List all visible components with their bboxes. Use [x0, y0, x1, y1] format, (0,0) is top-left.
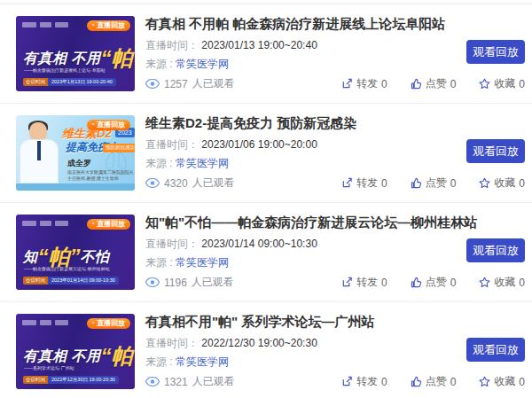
- banner-meeting-time: 会议时间 2023年01月14日 09:00-10:30: [23, 277, 119, 285]
- thumbs-up-icon: [411, 78, 422, 90]
- watch-replay-button[interactable]: 观看回放: [466, 40, 525, 64]
- like-count: 0: [450, 277, 457, 289]
- stats-row: 4320 人已观看 转发 0 点赞 0: [145, 176, 525, 191]
- replay-thumbnail[interactable]: 维生素D2 2023 提高免疫力 预防新冠感染 成全罗 南京医科大学附属第二医院…: [16, 115, 135, 191]
- view-count: 1321 人已观看: [145, 374, 235, 389]
- live-time-value: 2023/01/14 09:00~10:30: [201, 238, 317, 250]
- meeting-time-value: 2023年1月13日 19:00-20:40: [48, 78, 116, 87]
- live-time-label: 直播时间：: [145, 138, 199, 151]
- view-count-number: 1257: [164, 78, 188, 90]
- watch-replay-button[interactable]: 观看回放: [466, 338, 525, 362]
- banner-subtitle: ——系列学术论坛·广州站: [24, 365, 74, 371]
- meeting-time-value: 2023年01月14日 09:00-10:30: [48, 277, 119, 285]
- live-time-value: 2023/01/06 19:00~20:00: [201, 138, 317, 151]
- replay-title[interactable]: 维生素D2-提高免疫力 预防新冠感染: [145, 115, 525, 132]
- like-label: 点赞: [426, 176, 447, 191]
- live-replay-badge: ◔ 直播回放: [87, 120, 130, 130]
- share-icon: [341, 376, 353, 387]
- source-link[interactable]: 常笑医学网: [176, 157, 229, 169]
- share-icon: [341, 277, 353, 288]
- like-count: 0: [450, 376, 457, 388]
- share-count: 0: [381, 177, 387, 190]
- source-link[interactable]: 常笑医学网: [176, 256, 229, 269]
- replay-title[interactable]: 有真相不用"帕" 系列学术论坛—广州站: [145, 314, 525, 331]
- view-count-suffix: 人已观看: [192, 176, 235, 191]
- source-link[interactable]: 常笑医学网: [176, 355, 229, 368]
- favorite-button[interactable]: 收藏 0: [479, 176, 525, 191]
- live-time-label: 直播时间：: [145, 238, 199, 250]
- like-button[interactable]: 点赞 0: [411, 374, 457, 389]
- share-label: 转发: [356, 374, 378, 389]
- banner-title-segment: 有真相 不用: [23, 348, 100, 363]
- banner-title-segment: 知: [23, 249, 38, 264]
- share-count: 0: [381, 277, 387, 289]
- eye-icon: [145, 377, 160, 386]
- banner-title-gold: “帕”: [100, 46, 135, 70]
- favorite-button[interactable]: 收藏 0: [479, 374, 525, 389]
- clock-icon: ◔: [90, 221, 95, 228]
- thumbs-up-icon: [411, 177, 422, 189]
- like-label: 点赞: [426, 76, 447, 91]
- live-replay-badge: ◔ 直播回放: [87, 219, 130, 230]
- replay-title[interactable]: 有真相 不用帕 帕金森病治疗新进展线上论坛阜阳站: [145, 16, 525, 33]
- favorite-count: 0: [519, 78, 525, 90]
- favorite-button[interactable]: 收藏 0: [479, 76, 525, 91]
- view-count: 1257 人已观看: [145, 76, 235, 91]
- replay-list-item: 维生素D2 2023 提高免疫力 预防新冠感染 成全罗 南京医科大学附属第二医院…: [0, 104, 532, 203]
- like-label: 点赞: [426, 275, 447, 290]
- meeting-time-value: 2022年12月30日 19:00-20:30: [48, 376, 119, 385]
- view-count-number: 1196: [164, 277, 187, 289]
- favorite-count: 0: [519, 376, 525, 388]
- stats-row: 1196 人已观看 转发 0 点赞 0: [145, 275, 525, 290]
- stats-row: 1257 人已观看 转发 0 点赞 0: [145, 76, 525, 91]
- banner-subtitle: ——帕金森病治疗新进展线上论坛·阜阳站: [24, 67, 106, 73]
- source-label: 来源 :: [145, 256, 173, 269]
- watch-replay-button[interactable]: 观看回放: [466, 139, 525, 163]
- thumbnail-footer-bar: [16, 183, 135, 191]
- banner-title-segment: 不怕: [81, 249, 110, 264]
- favorite-button[interactable]: 收藏 0: [479, 275, 525, 290]
- like-button[interactable]: 点赞 0: [411, 176, 457, 191]
- replay-title[interactable]: 知"帕"不怕——帕金森病治疗新进展云论坛—柳州桂林站: [145, 215, 525, 231]
- share-button[interactable]: 转发 0: [341, 76, 387, 91]
- watch-replay-button[interactable]: 观看回放: [466, 238, 525, 262]
- view-count-suffix: 人已观看: [192, 374, 235, 389]
- share-label: 转发: [356, 275, 378, 290]
- live-time-value: 2023/01/13 19:00~20:40: [201, 39, 317, 51]
- share-button[interactable]: 转发 0: [341, 374, 387, 389]
- share-label: 转发: [356, 176, 378, 191]
- banner-title-gold: “帕”: [100, 344, 135, 368]
- share-button[interactable]: 转发 0: [341, 275, 387, 290]
- favorite-count: 0: [519, 277, 525, 289]
- like-button[interactable]: 点赞 0: [411, 275, 457, 290]
- banner-title-gold: “帕”: [38, 245, 81, 269]
- like-button[interactable]: 点赞 0: [411, 76, 457, 91]
- favorite-label: 收藏: [494, 76, 515, 91]
- meeting-time-label: 会议时间: [23, 376, 48, 385]
- replay-list-item: ◔ 直播回放 知“帕”不怕 ——帕金森病治疗新进展云论坛·柳州桂林站 会议时间 …: [0, 203, 532, 302]
- action-buttons: 转发 0 点赞 0 收藏 0: [341, 374, 525, 389]
- share-label: 转发: [356, 76, 378, 91]
- favorite-label: 收藏: [494, 176, 515, 191]
- share-button[interactable]: 转发 0: [341, 176, 387, 191]
- replay-list-item: ◔ 直播回放 有真相 不用“帕” ——系列学术论坛·广州站 会议时间 2022年…: [0, 302, 532, 398]
- action-buttons: 转发 0 点赞 0 收藏 0: [341, 76, 525, 91]
- thumbnail-logos: [22, 221, 68, 226]
- replay-thumbnail[interactable]: ◔ 直播回放 有真相 不用“帕” ——帕金森病治疗新进展线上论坛·阜阳站 会议时…: [16, 16, 135, 91]
- clock-icon: ◔: [90, 320, 95, 327]
- live-time-value: 2022/12/30 19:00~20:30: [201, 337, 317, 349]
- live-replay-badge-label: 直播回放: [97, 320, 125, 327]
- replay-thumbnail[interactable]: ◔ 直播回放 有真相 不用“帕” ——系列学术论坛·广州站 会议时间 2022年…: [16, 314, 135, 389]
- live-replay-badge-label: 直播回放: [97, 22, 125, 29]
- meeting-time-label: 会议时间: [23, 78, 48, 87]
- star-icon: [479, 177, 490, 189]
- thumbnail-logos: [22, 22, 68, 27]
- doctor-banner-badge: 预防新冠感染: [103, 144, 135, 152]
- stats-row: 1321 人已观看 转发 0 点赞 0: [145, 374, 525, 389]
- thumbnail-logos: [22, 320, 68, 325]
- source-link[interactable]: 常笑医学网: [176, 58, 229, 70]
- replay-thumbnail[interactable]: ◔ 直播回放 知“帕”不怕 ——帕金森病治疗新进展云论坛·柳州桂林站 会议时间 …: [16, 215, 135, 290]
- view-count: 4320 人已观看: [145, 176, 235, 191]
- banner-title-segment: 有真相 不用: [23, 51, 100, 66]
- eye-icon: [145, 178, 160, 188]
